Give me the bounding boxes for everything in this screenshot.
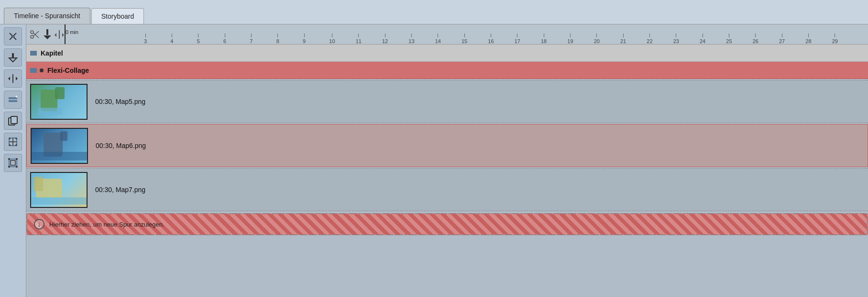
cut-icon <box>8 31 18 42</box>
tracks-area[interactable]: Kapitel Flexi-Collage <box>26 45 868 297</box>
tab-timeline[interactable]: Timeline - Spuransicht <box>4 8 90 24</box>
svg-point-24 <box>8 166 10 168</box>
scissors-icon-ruler[interactable] <box>29 29 41 40</box>
thumbnail-1 <box>30 84 88 120</box>
ruler-tools <box>26 29 65 40</box>
svg-rect-2 <box>11 36 15 37</box>
ruler-ticks: 0 min 3456789101112131415161718192021222… <box>65 24 868 44</box>
playhead-cursor <box>65 24 66 44</box>
add-track-icon: + <box>8 94 18 105</box>
svg-text:+: + <box>15 94 18 99</box>
add-track-button[interactable]: + <box>4 91 22 109</box>
split-icon <box>8 73 18 84</box>
svg-point-23 <box>16 158 18 160</box>
resize-icon <box>8 137 18 147</box>
chapter-row: Kapitel <box>26 45 868 62</box>
split-arrow-icon-ruler[interactable] <box>54 29 65 40</box>
flexi-dot <box>40 69 44 72</box>
fork-icon <box>8 52 18 63</box>
split-arrows-icon <box>54 29 65 40</box>
media-track-2[interactable]: 00:30, Map6.png <box>26 124 868 167</box>
chapter-label: Kapitel <box>41 49 63 57</box>
ruler-row: 0 min 3456789101112131415161718192021222… <box>26 24 868 45</box>
svg-rect-9 <box>9 100 17 102</box>
media-track-3[interactable]: 00:30, Map7.png <box>26 168 868 211</box>
tab-bar: Timeline - Spuransicht Storyboard <box>0 0 868 24</box>
pin-icon-ruler[interactable] <box>43 29 52 40</box>
drop-arrow-icon: ↓ <box>34 219 44 229</box>
map-image-3 <box>31 173 87 207</box>
svg-marker-34 <box>62 33 64 37</box>
svg-marker-7 <box>16 77 18 80</box>
thumbnail-3 <box>30 172 88 208</box>
pin-icon <box>43 29 52 40</box>
svg-marker-6 <box>8 77 10 80</box>
track-2-info: 00:30, Map6.png <box>96 142 146 149</box>
split-tool-button[interactable] <box>4 69 22 88</box>
svg-point-25 <box>16 166 18 168</box>
svg-marker-4 <box>9 58 17 62</box>
svg-rect-21 <box>11 160 15 165</box>
cut-tool-button[interactable] <box>4 27 22 46</box>
main-area: + <box>0 24 868 297</box>
transform-button[interactable] <box>4 154 22 172</box>
scissors-icon <box>29 29 41 40</box>
ruler-marks-container: 3456789101112131415161718192021222324252… <box>65 24 868 44</box>
map-image-1 <box>31 85 87 119</box>
transform-icon <box>8 158 18 168</box>
svg-point-22 <box>8 158 10 160</box>
resize-button[interactable] <box>4 133 22 151</box>
tab-storyboard[interactable]: Storyboard <box>91 8 144 24</box>
flexi-collapse-icon[interactable] <box>30 68 37 73</box>
thumbnail-2 <box>31 128 88 164</box>
svg-rect-3 <box>12 53 14 58</box>
flexi-collage-header: Flexi-Collage <box>26 62 868 79</box>
track-1-info: 00:30, Map5.png <box>95 98 145 105</box>
svg-rect-12 <box>11 116 17 124</box>
media-track-1[interactable]: 00:30, Map5.png <box>26 80 868 123</box>
map-image-2 <box>32 129 87 163</box>
copy-icon <box>8 115 18 126</box>
svg-rect-30 <box>46 29 48 35</box>
chapter-collapse-icon[interactable] <box>30 51 37 56</box>
left-toolbar: + <box>0 24 26 297</box>
drop-zone-label: Hierher ziehen, um neue Spur anzulegen. <box>49 221 165 228</box>
svg-marker-31 <box>44 35 51 39</box>
svg-marker-33 <box>55 33 56 37</box>
flexi-collage-label: Flexi-Collage <box>47 67 89 74</box>
drop-zone[interactable]: ↓ Hierher ziehen, um neue Spur anzulegen… <box>26 213 868 235</box>
timeline-area: 0 min 3456789101112131415161718192021222… <box>26 24 868 297</box>
app-container: Timeline - Spuransicht Storyboard <box>0 0 868 297</box>
marker-tool-button[interactable] <box>4 48 22 67</box>
track-3-info: 00:30, Map7.png <box>95 186 145 194</box>
copy-button[interactable] <box>4 112 22 130</box>
